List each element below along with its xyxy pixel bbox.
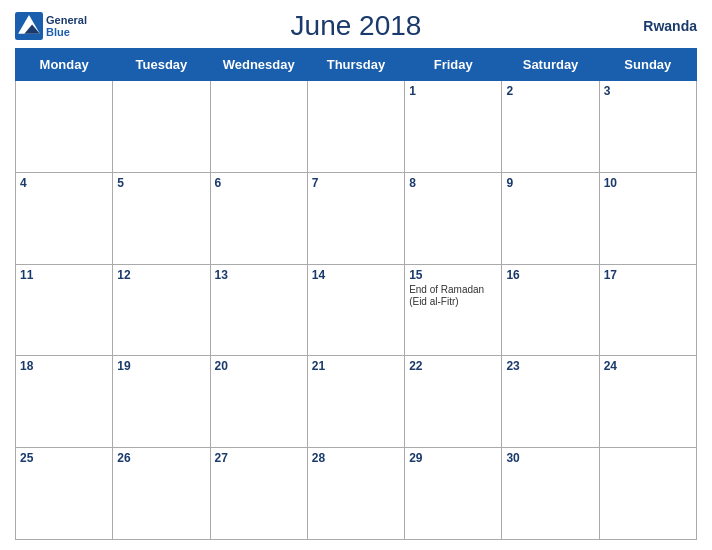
- date-number: 5: [117, 176, 205, 190]
- day-cell-w3-d1: 11: [16, 264, 113, 356]
- day-header-row: Monday Tuesday Wednesday Thursday Friday…: [16, 49, 697, 81]
- week-row-3: 1112131415End of Ramadan (Eid al-Fitr)16…: [16, 264, 697, 356]
- day-cell-w5-d5: 29: [405, 448, 502, 540]
- day-cell-w1-d2: [113, 81, 210, 173]
- calendar-header: General Blue June 2018 Rwanda: [15, 10, 697, 42]
- week-row-2: 45678910: [16, 172, 697, 264]
- day-cell-w2-d7: 10: [599, 172, 696, 264]
- date-number: 27: [215, 451, 303, 465]
- date-number: 2: [506, 84, 594, 98]
- day-cell-w5-d7: [599, 448, 696, 540]
- date-number: 13: [215, 268, 303, 282]
- week-row-5: 252627282930: [16, 448, 697, 540]
- day-cell-w1-d7: 3: [599, 81, 696, 173]
- day-cell-w4-d5: 22: [405, 356, 502, 448]
- day-cell-w5-d3: 27: [210, 448, 307, 540]
- date-number: 4: [20, 176, 108, 190]
- day-cell-w4-d7: 24: [599, 356, 696, 448]
- day-cell-w1-d6: 2: [502, 81, 599, 173]
- header-friday: Friday: [405, 49, 502, 81]
- header-tuesday: Tuesday: [113, 49, 210, 81]
- day-cell-w3-d7: 17: [599, 264, 696, 356]
- country-label: Rwanda: [643, 18, 697, 34]
- date-number: 7: [312, 176, 400, 190]
- header-wednesday: Wednesday: [210, 49, 307, 81]
- day-cell-w1-d5: 1: [405, 81, 502, 173]
- day-cell-w4-d6: 23: [502, 356, 599, 448]
- date-number: 23: [506, 359, 594, 373]
- day-cell-w5-d4: 28: [307, 448, 404, 540]
- day-cell-w3-d5: 15End of Ramadan (Eid al-Fitr): [405, 264, 502, 356]
- calendar-table: Monday Tuesday Wednesday Thursday Friday…: [15, 48, 697, 540]
- date-number: 9: [506, 176, 594, 190]
- day-cell-w1-d1: [16, 81, 113, 173]
- day-cell-w1-d4: [307, 81, 404, 173]
- day-cell-w2-d4: 7: [307, 172, 404, 264]
- logo-icon: [15, 12, 43, 40]
- date-number: 19: [117, 359, 205, 373]
- date-number: 20: [215, 359, 303, 373]
- header-monday: Monday: [16, 49, 113, 81]
- day-cell-w3-d4: 14: [307, 264, 404, 356]
- day-cell-w3-d2: 12: [113, 264, 210, 356]
- day-cell-w1-d3: [210, 81, 307, 173]
- date-number: 16: [506, 268, 594, 282]
- date-number: 8: [409, 176, 497, 190]
- date-number: 1: [409, 84, 497, 98]
- date-number: 25: [20, 451, 108, 465]
- date-number: 15: [409, 268, 497, 282]
- date-number: 11: [20, 268, 108, 282]
- date-number: 14: [312, 268, 400, 282]
- calendar-body: 123456789101112131415End of Ramadan (Eid…: [16, 81, 697, 540]
- date-number: 10: [604, 176, 692, 190]
- date-number: 17: [604, 268, 692, 282]
- header-thursday: Thursday: [307, 49, 404, 81]
- day-cell-w4-d1: 18: [16, 356, 113, 448]
- date-number: 6: [215, 176, 303, 190]
- logo: General Blue: [15, 12, 87, 40]
- date-number: 28: [312, 451, 400, 465]
- date-number: 3: [604, 84, 692, 98]
- day-cell-w5-d2: 26: [113, 448, 210, 540]
- day-cell-w2-d6: 9: [502, 172, 599, 264]
- date-number: 24: [604, 359, 692, 373]
- date-number: 18: [20, 359, 108, 373]
- header-sunday: Sunday: [599, 49, 696, 81]
- calendar-title: June 2018: [291, 10, 422, 42]
- logo-text-blue: Blue: [46, 26, 87, 38]
- day-cell-w2-d2: 5: [113, 172, 210, 264]
- date-number: 26: [117, 451, 205, 465]
- week-row-1: 123: [16, 81, 697, 173]
- day-cell-w5-d6: 30: [502, 448, 599, 540]
- day-cell-w4-d2: 19: [113, 356, 210, 448]
- event-label: End of Ramadan (Eid al-Fitr): [409, 284, 497, 308]
- page: General Blue June 2018 Rwanda Monday Tue…: [0, 0, 712, 550]
- date-number: 21: [312, 359, 400, 373]
- day-cell-w4-d3: 20: [210, 356, 307, 448]
- date-number: 29: [409, 451, 497, 465]
- day-cell-w4-d4: 21: [307, 356, 404, 448]
- day-cell-w3-d3: 13: [210, 264, 307, 356]
- week-row-4: 18192021222324: [16, 356, 697, 448]
- date-number: 12: [117, 268, 205, 282]
- day-cell-w5-d1: 25: [16, 448, 113, 540]
- day-cell-w2-d1: 4: [16, 172, 113, 264]
- day-cell-w2-d5: 8: [405, 172, 502, 264]
- day-cell-w3-d6: 16: [502, 264, 599, 356]
- day-cell-w2-d3: 6: [210, 172, 307, 264]
- date-number: 22: [409, 359, 497, 373]
- logo-text-general: General: [46, 14, 87, 26]
- date-number: 30: [506, 451, 594, 465]
- header-saturday: Saturday: [502, 49, 599, 81]
